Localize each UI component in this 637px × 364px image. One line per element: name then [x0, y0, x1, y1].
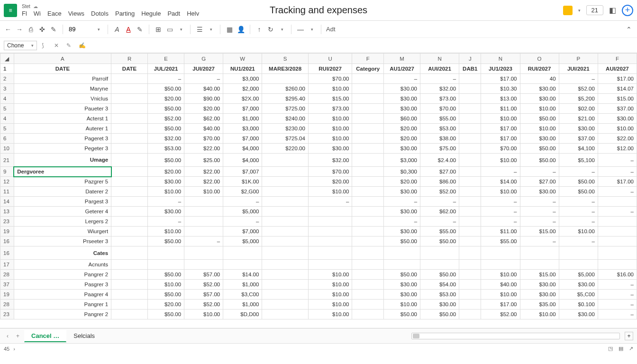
cell[interactable]	[459, 94, 481, 104]
menu-dotols[interactable]: Dotols	[91, 10, 109, 17]
cell[interactable]: $50.00	[420, 309, 459, 319]
cell[interactable]: $4,000	[223, 154, 262, 167]
cell[interactable]: $53.00	[420, 290, 459, 300]
cell[interactable]	[481, 260, 520, 270]
cell[interactable]: $62.00	[420, 207, 459, 217]
cancel-fx-icon[interactable]: ✕	[54, 42, 62, 49]
cell[interactable]	[262, 187, 309, 197]
cell[interactable]: $2X.00	[223, 94, 262, 104]
cell[interactable]: –	[598, 154, 637, 167]
cell[interactable]: Acnunts	[14, 260, 111, 270]
cell[interactable]	[384, 260, 420, 270]
cell[interactable]: Pazgrer 5	[14, 177, 111, 187]
cell[interactable]: $50.00	[520, 114, 559, 124]
cell[interactable]: $27.00	[420, 167, 459, 177]
cell[interactable]: $15.00	[598, 94, 637, 104]
version-number[interactable]: 21	[586, 5, 603, 15]
cell[interactable]	[559, 260, 598, 270]
cell[interactable]: –	[520, 237, 559, 246]
cell[interactable]: $10.00	[184, 309, 223, 319]
cell[interactable]: $50.00	[559, 187, 598, 197]
view-icon-2[interactable]: ▤	[619, 346, 623, 352]
col-header[interactable]: O	[520, 54, 559, 64]
cell[interactable]	[184, 246, 223, 260]
col-header[interactable]: N	[420, 54, 459, 64]
menu-views[interactable]: Views	[68, 10, 84, 17]
header-cell[interactable]: AUI/2021	[420, 64, 459, 74]
cell[interactable]: $10.00	[148, 187, 184, 197]
add-button[interactable]: +	[622, 5, 633, 16]
border-icon[interactable]: ▭	[165, 25, 174, 34]
cell[interactable]: $22.00	[184, 144, 223, 154]
row-number[interactable]: 21	[0, 154, 14, 167]
cell[interactable]: $230.00	[262, 124, 309, 134]
cell[interactable]	[459, 300, 481, 309]
cell[interactable]	[520, 246, 559, 260]
row-number[interactable]: 2	[0, 74, 14, 84]
print-icon[interactable]: ⎙	[27, 25, 35, 34]
header-cell[interactable]: DATE	[14, 64, 111, 74]
back-icon[interactable]: ←	[4, 25, 12, 34]
cell[interactable]	[308, 260, 352, 270]
cell[interactable]	[352, 74, 384, 84]
cell[interactable]	[352, 270, 384, 280]
cell[interactable]: $54.00	[420, 280, 459, 290]
col-header[interactable]: R	[111, 54, 148, 64]
cell[interactable]	[352, 260, 384, 270]
cell[interactable]: $55.00	[420, 114, 459, 124]
cell[interactable]: –	[148, 217, 184, 227]
cell[interactable]: $57.00	[184, 270, 223, 280]
cell[interactable]: $10.30	[481, 84, 520, 94]
cell[interactable]: $22.00	[184, 177, 223, 187]
cell[interactable]: $12.00	[598, 144, 637, 154]
cell[interactable]: $73.00	[420, 94, 459, 104]
cell[interactable]	[352, 217, 384, 227]
cell[interactable]	[262, 197, 309, 207]
cell[interactable]: –	[148, 74, 184, 84]
cell[interactable]: $30.00	[520, 187, 559, 197]
cell[interactable]	[352, 197, 384, 207]
cell[interactable]	[111, 246, 148, 260]
cell[interactable]: Pangrer 1	[14, 300, 111, 309]
cell[interactable]: $15.00	[308, 94, 352, 104]
cell[interactable]: Cates	[14, 246, 111, 260]
cell[interactable]: –	[481, 207, 520, 217]
cell[interactable]: $62.00	[184, 114, 223, 124]
col-header[interactable]: P	[559, 54, 598, 64]
cell[interactable]: $73.00	[308, 104, 352, 114]
cell[interactable]	[459, 260, 481, 270]
cell[interactable]: $50.00	[148, 270, 184, 280]
header-cell[interactable]: AU1/2027	[384, 64, 420, 74]
strike-icon[interactable]: —	[296, 25, 305, 34]
select-all-corner[interactable]: ◢	[0, 54, 14, 64]
cell[interactable]: Pangrer 2	[14, 309, 111, 319]
cell[interactable]	[459, 144, 481, 154]
cell[interactable]: $50.00	[420, 237, 459, 246]
row-number[interactable]: 28	[0, 270, 14, 280]
cell[interactable]: $240.00	[262, 114, 309, 124]
row-number[interactable]: 1	[0, 64, 14, 74]
row-number[interactable]: 12	[0, 177, 14, 187]
cell[interactable]: $30.00	[420, 300, 459, 309]
cell[interactable]: Pangrer 2	[14, 270, 111, 280]
cell[interactable]: $10.00	[308, 84, 352, 94]
col-header[interactable]: F	[598, 54, 637, 64]
cell[interactable]	[352, 187, 384, 197]
cell[interactable]: Pargest 3	[14, 197, 111, 207]
cell[interactable]	[111, 94, 148, 104]
cell[interactable]	[352, 177, 384, 187]
cell[interactable]: –	[308, 197, 352, 207]
add-sheet-button[interactable]: +	[625, 332, 633, 340]
cell[interactable]: $02.00	[559, 104, 598, 114]
cell[interactable]: $50.00	[148, 154, 184, 167]
cell[interactable]	[352, 207, 384, 217]
cell[interactable]: $21.00	[559, 114, 598, 124]
cell[interactable]	[352, 280, 384, 290]
zoom-dropdown[interactable]: ▾	[94, 25, 103, 34]
view-icon-1[interactable]: ◳	[608, 346, 613, 352]
cell[interactable]: $50.00	[559, 177, 598, 187]
cell[interactable]	[459, 217, 481, 227]
cell[interactable]	[459, 280, 481, 290]
cell[interactable]: $7,000	[223, 134, 262, 144]
cell[interactable]	[352, 84, 384, 94]
